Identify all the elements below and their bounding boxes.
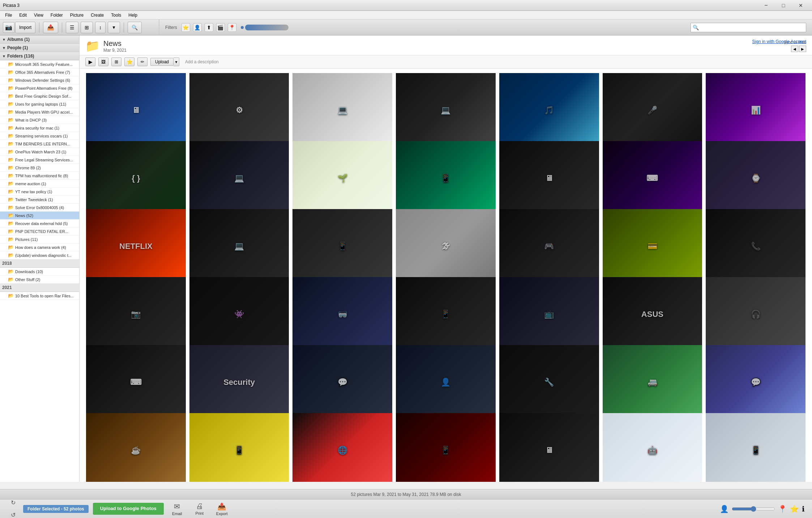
menu-file[interactable]: File [1,12,16,18]
upload-filter[interactable]: ⬆ [205,23,213,32]
share-button[interactable]: 📤 [43,22,58,33]
photo-thumb-37[interactable]: 📱yellow phone [189,412,290,482]
dropdown-button[interactable]: ▼ [108,22,120,33]
photo-thumb-15[interactable]: NETFLIXNetflix [85,208,187,284]
sidebar-item-16[interactable]: 📂YT new tax policy (1) [0,188,79,196]
sort-button[interactable]: ↕ [95,22,106,33]
rotate-cw-icon[interactable]: ↻ [7,497,19,509]
photo-thumb-36[interactable]: ☕coffee laptop [85,412,187,482]
sidebar-item-19[interactable]: 📂News (52) [0,212,79,220]
photo-thumb-28[interactable]: 🎧headphones [705,276,806,352]
photo-thumb-31[interactable]: 💬person video call [292,344,393,420]
menu-folder[interactable]: Folder [47,12,67,18]
photo-thumb-18[interactable]: 🌫dark sky [395,208,496,284]
photo-thumb-25[interactable]: 📱tablet apps [395,276,496,352]
photo-thumb-17[interactable]: 📱person tablet [292,208,393,284]
description-placeholder[interactable]: Add a description [185,59,219,64]
photo-thumb-16[interactable]: 💻laptop side [189,208,290,284]
export-button[interactable]: 📤 Export [213,502,231,516]
maximize-button[interactable]: □ [775,0,792,10]
sidebar-item-1[interactable]: 📂Office 365 Alternatives Free (7) [0,68,79,76]
sidebar-item-23[interactable]: 📂How does a camera work (4) [0,243,79,251]
info-icon[interactable]: ℹ [802,505,805,513]
photo-thumb-22[interactable]: 📷hand camera [85,276,187,352]
sidebar-item-downloads[interactable]: 📂 Downloads (10) [0,268,79,276]
photo-thumb-6[interactable]: 🎤microphone [602,72,703,148]
photo-thumb-7[interactable]: 📊spectrum [705,72,806,148]
video-filter[interactable]: 🎬 [216,23,225,32]
upload-google-button[interactable]: Upload to Google Photos [93,503,164,515]
photo-thumb-8[interactable]: { }code [85,140,187,216]
star-filter[interactable]: ⭐ [181,23,190,32]
photo-thumb-30[interactable]: SecuritySecurity [189,344,290,420]
minimize-button[interactable]: − [758,0,774,10]
sidebar-item-10[interactable]: 📂TIM BERNERS LEE INTERN... [0,140,79,148]
display-mode-button[interactable]: 🔍 [128,22,142,33]
people-section-header[interactable]: ▼ People (1) [0,44,79,52]
sidebar-item-20[interactable]: 📂Recover data external hdd (5) [0,220,79,228]
photo-thumb-10[interactable]: 🌱plant [292,140,393,216]
menu-create[interactable]: Create [87,12,107,18]
sidebar-item-8[interactable]: 📂Avira security for mac (1) [0,124,79,132]
filter-slider-area[interactable] [241,25,289,30]
menu-view[interactable]: View [30,12,47,18]
sidebar-item-ten-best[interactable]: 📂 10 Best Tools to open Rar Files... [0,292,79,300]
photo-thumb-33[interactable]: 🔧circuit board [499,344,600,420]
sidebar-item-5[interactable]: 📂Uses for gaming laptops (11) [0,100,79,108]
photo-thumb-2[interactable]: ⚙hardware [189,72,290,148]
photo-thumb-5[interactable]: 🎵Audacity [499,72,600,148]
collage-button[interactable]: ⊞ [111,58,121,66]
location-icon[interactable]: 📍 [778,505,787,513]
photo-thumb-20[interactable]: 💳green card [602,208,703,284]
faces-icon[interactable]: 👤 [720,505,729,513]
sidebar-item-2[interactable]: 📂Windows Defender Settings (6) [0,76,79,84]
photo-thumb-39[interactable]: 📱phone red [395,412,496,482]
photo-thumb-12[interactable]: 🖥tech desk [499,140,600,216]
photo-thumb-23[interactable]: 👾PAC-MAN [189,276,290,352]
menu-picture[interactable]: Picture [67,12,87,18]
edit-button[interactable]: ✏ [137,58,148,66]
sync-prev[interactable]: ◀ [791,46,798,52]
photo-thumb-14[interactable]: ⌚watch [705,140,806,216]
sidebar-item-6[interactable]: 📂Media Players With GPU accel... [0,108,79,116]
location-filter[interactable]: 📍 [228,23,236,32]
photo-thumb-11[interactable]: 📱WhatsApp [395,140,496,216]
folders-section-header[interactable]: ▼ Folders (116) [0,52,79,60]
photo-thumb-41[interactable]: 🤖robot [602,412,703,482]
photo-thumb-3[interactable]: 💻macbook [292,72,393,148]
people-filter[interactable]: 👤 [193,23,202,32]
sidebar-item-21[interactable]: 📂PNP DETECTED FATAL ER... [0,228,79,235]
signin-link[interactable]: Sign in with Google Account [752,39,806,44]
email-button[interactable]: ✉ Email [168,502,186,516]
play-button[interactable]: ▶ [85,58,95,66]
sidebar-item-24[interactable]: 📂(Update) windows diagnostic t... [0,251,79,259]
slideshow-button[interactable]: 🖼 [98,58,108,66]
upload-dropdown[interactable]: ▼ [174,58,179,66]
menu-tools[interactable]: Tools [107,12,125,18]
photo-thumb-27[interactable]: ASUSASUS [602,276,703,352]
photo-thumb-4[interactable]: 💻laptop dark [395,72,496,148]
sidebar-item-4[interactable]: 📂Best Free Graphic Design Sof... [0,92,79,100]
grid-view-button[interactable]: ⊞ [81,22,93,33]
photo-thumb-9[interactable]: 💻laptop code [189,140,290,216]
rotate-ccw-icon[interactable]: ↺ [7,509,19,518]
photo-thumb-32[interactable]: 👤person laptop [395,344,496,420]
sidebar-item-18[interactable]: 📂Solve Error 0x80004005 (4) [0,204,79,212]
sync-next[interactable]: ▶ [799,46,806,52]
print-button[interactable]: 🖨 Print [191,502,209,515]
star-icon[interactable]: ⭐ [790,505,799,513]
photo-thumb-21[interactable]: 📞phone call [705,208,806,284]
sidebar-item-12[interactable]: 📂Free Legal Streaming Services... [0,156,79,164]
import-button[interactable]: Import [15,22,35,33]
filter-range-slider[interactable] [245,25,289,30]
photo-thumb-34[interactable]: 🚐VW van [602,344,703,420]
sidebar-item-15[interactable]: 📂meme auction (1) [0,180,79,188]
upload-button[interactable]: Upload [150,58,174,66]
close-button[interactable]: ✕ [792,0,809,10]
star-button[interactable]: ⭐ [124,58,134,66]
photo-thumb-42[interactable]: 📱phone screens [705,412,806,482]
sidebar-item-14[interactable]: 📂TPM has malfucntioned fic (8) [0,172,79,180]
sidebar-item-9[interactable]: 📂Streaming services oscars (1) [0,132,79,140]
search-input[interactable] [691,23,806,32]
sidebar-item-3[interactable]: 📂PowerPoint Alternatives Free (8) [0,84,79,92]
